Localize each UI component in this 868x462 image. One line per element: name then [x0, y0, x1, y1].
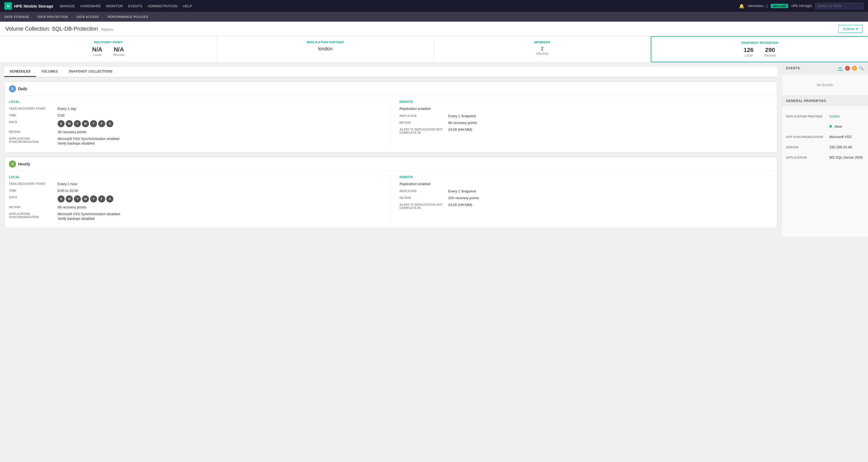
sub-nav-data-access[interactable]: DATA ACCESS	[76, 15, 99, 19]
daily-remote-retain-row: RETAIN 90 recovery points	[400, 121, 773, 125]
daily-time-row: TIME 0:00	[9, 113, 382, 117]
events-warning-icon[interactable]: ⚠	[852, 66, 857, 70]
h-day-badge-f: F	[98, 195, 105, 202]
hourly-replication-enabled: Replication enabled	[400, 182, 773, 186]
daily-app-sync-line2: Verify backups disabled	[58, 141, 382, 145]
events-title: EVENTS	[786, 66, 800, 70]
hourly-remote-label: REMOTE	[400, 175, 773, 179]
daily-take-recovery-row: TAKE RECOVERY POINT Every 1 day	[9, 107, 382, 111]
nav-help[interactable]: HELP	[183, 3, 192, 9]
day-badge-t1: T	[74, 120, 81, 127]
hourly-alert-value: 24:00 (HH:MM)	[448, 203, 773, 207]
stat-snapshot-retention: SNAPSHOT RETENTION 126 Local 290 Remote	[651, 36, 868, 62]
schedule-hourly-name: Hourly	[18, 162, 30, 166]
sub-nav-performance-policies[interactable]: PERFORMANCE POLICIES	[107, 15, 148, 19]
hourly-days-row: DAYS S M T W T F S	[9, 195, 382, 202]
events-section: EVENTS All ! ⚠ 🔍 No Events	[782, 62, 868, 95]
events-critical-icon[interactable]: !	[845, 66, 850, 70]
prop-app-sync-label: APP SYNCHRONIZATION	[786, 135, 829, 139]
hourly-retain-label: RETAIN	[9, 205, 58, 209]
hourly-app-sync-line2: Verify backups disabled	[58, 216, 382, 221]
notification-bell-icon[interactable]: 🔔	[739, 3, 744, 9]
brand-logo[interactable]: N HPE Nimble Storage	[4, 2, 53, 10]
hourly-replicate-value: Every 1 Snapshot	[448, 189, 773, 193]
main-content: SCHEDULES VOLUMES SNAPSHOT COLLECTIONS D…	[0, 62, 781, 236]
stat-replication-label: REPLICATION PARTNER	[222, 40, 428, 44]
hourly-app-sync-label: APPLICATION SYNCHRONIZATION	[9, 212, 58, 219]
schedule-hourly-icon: H	[9, 161, 16, 168]
prop-application: APPLICATION MS SQL Server 2016	[786, 154, 864, 161]
daily-alert-row: ALERT IF REPLICATION NOT COMPLETE IN 24:…	[400, 127, 773, 134]
hourly-app-sync-values: Microsoft VSS Synchronization disabled V…	[58, 212, 382, 221]
schedule-daily-body: LOCAL TAKE RECOVERY POINT Every 1 day TI…	[5, 96, 777, 152]
stat-snapshot-remote: 290 Remote	[765, 47, 776, 57]
day-badge-s2: S	[106, 120, 113, 127]
global-search-input[interactable]	[815, 3, 864, 9]
hourly-days-badges: S M T W T F S	[58, 195, 113, 202]
schedule-card-daily: D Daily LOCAL TAKE RECOVERY POINT Every …	[4, 82, 777, 153]
general-properties-content: REPLICATION PARTNER london Alive APP SYN…	[782, 109, 868, 167]
alive-text: Alive	[834, 124, 842, 128]
hpe-infosight-link[interactable]: HPE InfoSight	[792, 4, 812, 8]
brand-icon: N	[4, 2, 12, 10]
daily-time-value: 0:00	[58, 113, 382, 117]
daily-replication-enabled: Replication enabled	[400, 107, 773, 111]
nav-monitor[interactable]: MONITOR	[106, 3, 123, 9]
hourly-remote-retain-value: 200 recovery points	[448, 196, 773, 200]
sidebar: EVENTS All ! ⚠ 🔍 No Events GENERAL PROPE…	[781, 62, 868, 236]
h-day-badge-m: M	[66, 195, 73, 202]
prop-server-label: SERVER	[786, 146, 829, 149]
stat-snapshot-retention-label: SNAPSHOT RETENTION	[657, 41, 863, 45]
schedule-hourly-local: LOCAL TAKE RECOVERY POINT Every 1 hour T…	[9, 175, 391, 223]
events-filter-all[interactable]: All	[837, 66, 843, 70]
schedule-hourly-remote: REMOTE Replication enabled REPLICATE Eve…	[391, 175, 773, 223]
hourly-time-label: TIME	[9, 189, 58, 192]
stat-snapshot-remote-value: 290	[765, 47, 776, 54]
daily-local-label: LOCAL	[9, 100, 382, 104]
h-day-badge-s2: S	[106, 195, 113, 202]
location-badge[interactable]: new-york	[771, 4, 788, 8]
general-properties-section: GENERAL PROPERTIES REPLICATION PARTNER l…	[782, 96, 868, 167]
events-controls: All ! ⚠ 🔍	[837, 66, 864, 70]
daily-replicate-value: Every 1 Snapshot	[448, 114, 773, 118]
daily-take-recovery-value: Every 1 day	[58, 107, 382, 111]
hourly-app-sync-line1: Microsoft VSS Synchronization disabled	[58, 212, 382, 216]
prop-replication-partner-value[interactable]: london	[829, 114, 840, 118]
actions-button[interactable]: Actions ▾	[838, 25, 863, 33]
page-header: Volume Collection: SQL-DB-Protection Rep…	[0, 22, 868, 36]
alive-dot-icon	[829, 125, 832, 128]
sub-nav-data-protection[interactable]: DATA PROTECTION	[38, 15, 68, 19]
events-search-icon[interactable]: 🔍	[859, 66, 864, 70]
hourly-alert-label: ALERT IF REPLICATION NOT COMPLETE IN	[400, 203, 448, 209]
stat-recovery-point-remote: N/A Remote	[113, 46, 124, 57]
hourly-retain-value: 96 recovery points	[58, 205, 382, 209]
daily-alert-value: 24:00 (HH:MM)	[448, 127, 773, 132]
stat-recovery-point-local: N/A Local	[92, 46, 102, 57]
tab-snapshot-collections[interactable]: SNAPSHOT COLLECTIONS	[63, 67, 118, 77]
replica-badge: Replica	[101, 27, 113, 31]
stat-members-sub: Volumes	[439, 52, 645, 56]
daily-days-badges: S M T W T F S	[58, 120, 113, 127]
tab-schedules[interactable]: SCHEDULES	[4, 67, 36, 77]
nav-manage[interactable]: MANAGE	[60, 3, 75, 9]
day-badge-t2: T	[90, 120, 97, 127]
h-day-badge-s1: S	[58, 195, 65, 202]
nav-hardware[interactable]: HARDWARE	[80, 3, 101, 9]
hourly-remote-retain-row: RETAIN 200 recovery points	[400, 196, 773, 200]
page-title-area: Volume Collection: SQL-DB-Protection Rep…	[5, 26, 113, 32]
sub-navigation: DATA STORAGE DATA PROTECTION DATA ACCESS…	[0, 12, 868, 22]
prop-alive-value: Alive	[829, 124, 842, 128]
hourly-replicate-label: REPLICATE	[400, 189, 448, 193]
schedule-daily-local: LOCAL TAKE RECOVERY POINT Every 1 day TI…	[9, 100, 391, 148]
schedule-hourly-body: LOCAL TAKE RECOVERY POINT Every 1 hour T…	[5, 171, 777, 228]
nav-events[interactable]: EVENTS	[128, 3, 142, 9]
hourly-replicate-row: REPLICATE Every 1 Snapshot	[400, 189, 773, 193]
daily-remote-label: REMOTE	[400, 100, 773, 104]
nav-right-section: 🔔 Administra... | new-york HPE InfoSight	[739, 3, 864, 9]
tab-volumes[interactable]: VOLUMES	[36, 67, 63, 77]
nav-administration[interactable]: ADMINISTRATION	[148, 3, 178, 9]
sub-nav-data-storage[interactable]: DATA STORAGE	[4, 15, 29, 19]
hourly-local-label: LOCAL	[9, 175, 382, 179]
day-badge-f: F	[98, 120, 105, 127]
stat-recovery-remote-label: Remote	[113, 53, 124, 57]
